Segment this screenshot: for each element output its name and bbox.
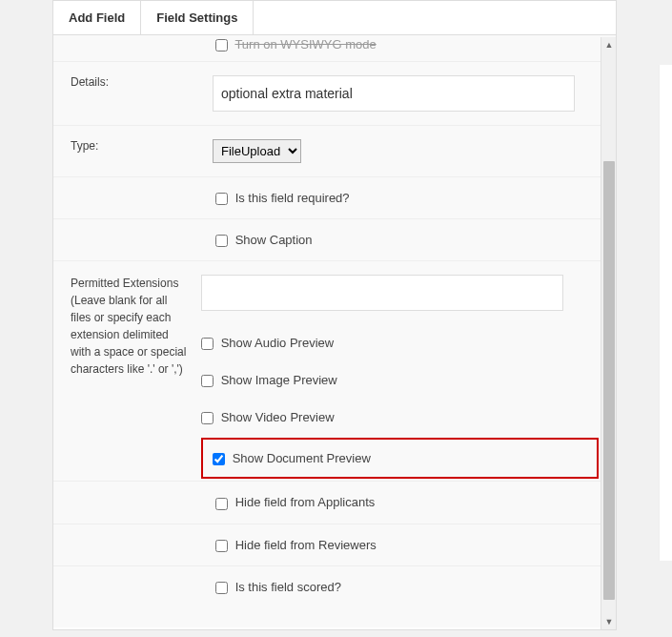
- scored-label: Is this field scored?: [235, 580, 341, 594]
- show-document-checkbox[interactable]: [213, 453, 225, 465]
- show-audio-checkbox[interactable]: [201, 338, 214, 350]
- show-video-label: Show Video Preview: [221, 410, 335, 424]
- permitted-extensions-section: Permitted Extensions (Leave blank for al…: [53, 260, 616, 481]
- details-row: Details:: [53, 62, 616, 126]
- scrollbar-thumb[interactable]: [603, 161, 615, 600]
- details-label: Details:: [53, 62, 201, 126]
- show-image-checkbox[interactable]: [201, 375, 214, 387]
- settings-panel: Add Field Field Settings Turn on WYSIWYG…: [52, 0, 617, 630]
- tab-field-settings[interactable]: Field Settings: [141, 1, 254, 34]
- details-input[interactable]: [213, 75, 575, 112]
- right-edge-hint: [659, 65, 672, 561]
- hide-applicants-row: Hide field from Applicants: [53, 481, 616, 523]
- type-select[interactable]: FileUpload: [213, 139, 301, 163]
- show-document-row: Show Document Preview: [201, 438, 599, 479]
- show-document-label: Show Document Preview: [233, 451, 371, 465]
- hide-applicants-label: Hide field from Applicants: [235, 495, 376, 509]
- show-audio-row: Show Audio Preview: [201, 324, 599, 361]
- wysiwyg-mode-checkbox[interactable]: [215, 39, 228, 51]
- hide-reviewers-row: Hide field from Reviewers: [53, 524, 616, 565]
- required-checkbox[interactable]: [215, 193, 228, 205]
- show-audio-label: Show Audio Preview: [221, 336, 335, 350]
- hide-reviewers-label: Hide field from Reviewers: [235, 538, 377, 552]
- required-label: Is this field required?: [235, 191, 350, 205]
- wysiwyg-mode-label: Turn on WYSIWYG mode: [234, 37, 376, 51]
- permitted-extensions-label: Permitted Extensions (Leave blank for al…: [53, 261, 201, 391]
- show-image-label: Show Image Preview: [221, 373, 337, 387]
- show-video-checkbox[interactable]: [201, 412, 214, 424]
- tabs-bar: Add Field Field Settings: [53, 1, 616, 35]
- hide-reviewers-checkbox[interactable]: [215, 540, 228, 552]
- type-label: Type:: [53, 126, 201, 177]
- permitted-extensions-fields: Show Audio Preview Show Image Preview Sh…: [201, 261, 616, 481]
- wysiwyg-mode-row: Turn on WYSIWYG mode: [53, 35, 616, 62]
- show-caption-checkbox[interactable]: [215, 235, 228, 247]
- settings-table: Details: Type: FileUpload: [53, 62, 616, 176]
- show-caption-label: Show Caption: [235, 233, 313, 247]
- scrollbar[interactable]: ▲ ▼: [601, 37, 616, 629]
- scroll-down-icon[interactable]: ▼: [601, 614, 617, 629]
- show-video-row: Show Video Preview: [201, 399, 599, 436]
- show-image-row: Show Image Preview: [201, 361, 599, 399]
- type-row: Type: FileUpload: [53, 126, 616, 177]
- field-settings-content: Turn on WYSIWYG mode Details: Type: File…: [53, 35, 616, 627]
- hide-applicants-checkbox[interactable]: [215, 498, 228, 510]
- permitted-extensions-input[interactable]: [201, 275, 563, 311]
- show-caption-row: Show Caption: [53, 218, 616, 260]
- scored-checkbox[interactable]: [215, 582, 228, 594]
- scored-row: Is this field scored?: [53, 565, 616, 607]
- scroll-up-icon[interactable]: ▲: [601, 37, 617, 52]
- tab-add-field[interactable]: Add Field: [53, 1, 141, 34]
- required-row: Is this field required?: [53, 176, 616, 218]
